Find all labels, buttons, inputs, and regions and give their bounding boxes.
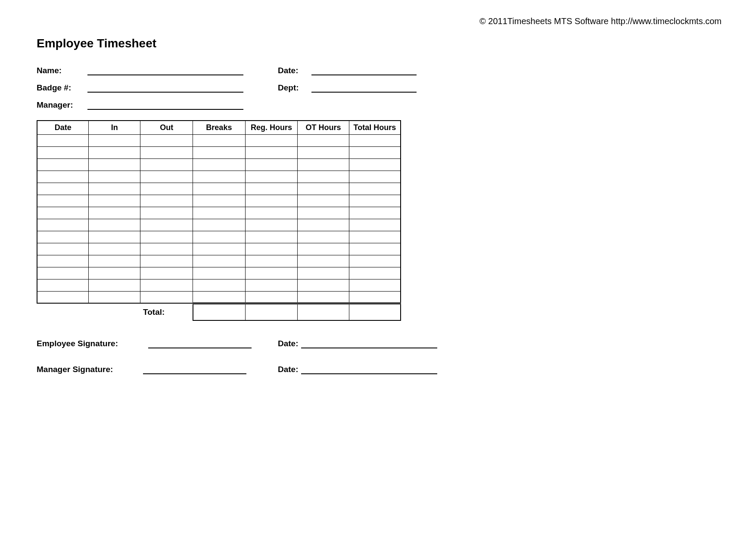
- table-cell[interactable]: [245, 255, 298, 267]
- table-cell[interactable]: [349, 146, 401, 158]
- table-cell[interactable]: [140, 158, 193, 171]
- table-cell[interactable]: [89, 243, 140, 255]
- table-cell[interactable]: [37, 255, 89, 267]
- table-cell[interactable]: [89, 183, 140, 195]
- table-cell[interactable]: [245, 207, 298, 219]
- table-cell[interactable]: [298, 195, 349, 207]
- table-cell[interactable]: [140, 291, 193, 303]
- table-cell[interactable]: [89, 231, 140, 243]
- table-cell[interactable]: [37, 183, 89, 195]
- table-cell[interactable]: [193, 134, 246, 146]
- table-cell[interactable]: [298, 171, 349, 183]
- table-cell[interactable]: [140, 171, 193, 183]
- dept-input-line[interactable]: [311, 83, 417, 93]
- table-cell[interactable]: [245, 279, 298, 291]
- table-cell[interactable]: [349, 183, 401, 195]
- table-cell[interactable]: [37, 146, 89, 158]
- table-cell[interactable]: [245, 243, 298, 255]
- table-cell[interactable]: [37, 267, 89, 279]
- total-breaks-cell[interactable]: [193, 303, 246, 320]
- table-cell[interactable]: [349, 134, 401, 146]
- table-cell[interactable]: [245, 267, 298, 279]
- table-cell[interactable]: [245, 146, 298, 158]
- table-cell[interactable]: [298, 183, 349, 195]
- table-cell[interactable]: [298, 243, 349, 255]
- table-cell[interactable]: [349, 219, 401, 231]
- table-cell[interactable]: [349, 207, 401, 219]
- table-cell[interactable]: [349, 195, 401, 207]
- table-cell[interactable]: [298, 146, 349, 158]
- table-cell[interactable]: [37, 171, 89, 183]
- table-cell[interactable]: [140, 183, 193, 195]
- table-cell[interactable]: [193, 158, 246, 171]
- table-cell[interactable]: [245, 171, 298, 183]
- table-cell[interactable]: [37, 219, 89, 231]
- employee-signature-line[interactable]: [148, 339, 252, 348]
- table-cell[interactable]: [298, 219, 349, 231]
- table-cell[interactable]: [193, 267, 246, 279]
- table-cell[interactable]: [349, 291, 401, 303]
- table-cell[interactable]: [89, 291, 140, 303]
- table-cell[interactable]: [245, 134, 298, 146]
- table-cell[interactable]: [140, 243, 193, 255]
- table-cell[interactable]: [140, 231, 193, 243]
- table-cell[interactable]: [193, 255, 246, 267]
- table-cell[interactable]: [245, 231, 298, 243]
- table-cell[interactable]: [349, 158, 401, 171]
- table-cell[interactable]: [349, 255, 401, 267]
- badge-input-line[interactable]: [87, 83, 243, 93]
- table-cell[interactable]: [193, 231, 246, 243]
- table-cell[interactable]: [298, 267, 349, 279]
- table-cell[interactable]: [193, 146, 246, 158]
- table-cell[interactable]: [193, 171, 246, 183]
- table-cell[interactable]: [298, 158, 349, 171]
- table-cell[interactable]: [298, 231, 349, 243]
- manager-signature-line[interactable]: [143, 365, 246, 374]
- total-reg-cell[interactable]: [245, 303, 298, 320]
- total-ot-cell[interactable]: [298, 303, 349, 320]
- table-cell[interactable]: [140, 279, 193, 291]
- date-input-line[interactable]: [311, 66, 417, 75]
- table-cell[interactable]: [140, 195, 193, 207]
- table-cell[interactable]: [89, 171, 140, 183]
- table-cell[interactable]: [193, 279, 246, 291]
- total-hours-cell[interactable]: [349, 303, 401, 320]
- table-cell[interactable]: [349, 279, 401, 291]
- table-cell[interactable]: [193, 195, 246, 207]
- table-cell[interactable]: [349, 171, 401, 183]
- manager-input-line[interactable]: [87, 100, 243, 110]
- table-cell[interactable]: [298, 207, 349, 219]
- table-cell[interactable]: [140, 255, 193, 267]
- table-cell[interactable]: [298, 134, 349, 146]
- table-cell[interactable]: [89, 158, 140, 171]
- table-cell[interactable]: [37, 231, 89, 243]
- table-cell[interactable]: [37, 207, 89, 219]
- table-cell[interactable]: [89, 219, 140, 231]
- table-cell[interactable]: [89, 195, 140, 207]
- table-cell[interactable]: [193, 291, 246, 303]
- table-cell[interactable]: [89, 267, 140, 279]
- table-cell[interactable]: [89, 134, 140, 146]
- table-cell[interactable]: [193, 243, 246, 255]
- table-cell[interactable]: [298, 291, 349, 303]
- table-cell[interactable]: [298, 255, 349, 267]
- table-cell[interactable]: [349, 231, 401, 243]
- table-cell[interactable]: [140, 134, 193, 146]
- table-cell[interactable]: [37, 158, 89, 171]
- manager-signature-date-line[interactable]: [301, 365, 437, 374]
- table-cell[interactable]: [245, 195, 298, 207]
- table-cell[interactable]: [89, 207, 140, 219]
- table-cell[interactable]: [89, 255, 140, 267]
- table-cell[interactable]: [140, 219, 193, 231]
- table-cell[interactable]: [89, 146, 140, 158]
- table-cell[interactable]: [349, 243, 401, 255]
- table-cell[interactable]: [140, 267, 193, 279]
- table-cell[interactable]: [140, 207, 193, 219]
- table-cell[interactable]: [245, 291, 298, 303]
- table-cell[interactable]: [140, 146, 193, 158]
- table-cell[interactable]: [193, 207, 246, 219]
- table-cell[interactable]: [37, 134, 89, 146]
- table-cell[interactable]: [298, 279, 349, 291]
- table-cell[interactable]: [193, 219, 246, 231]
- table-cell[interactable]: [37, 291, 89, 303]
